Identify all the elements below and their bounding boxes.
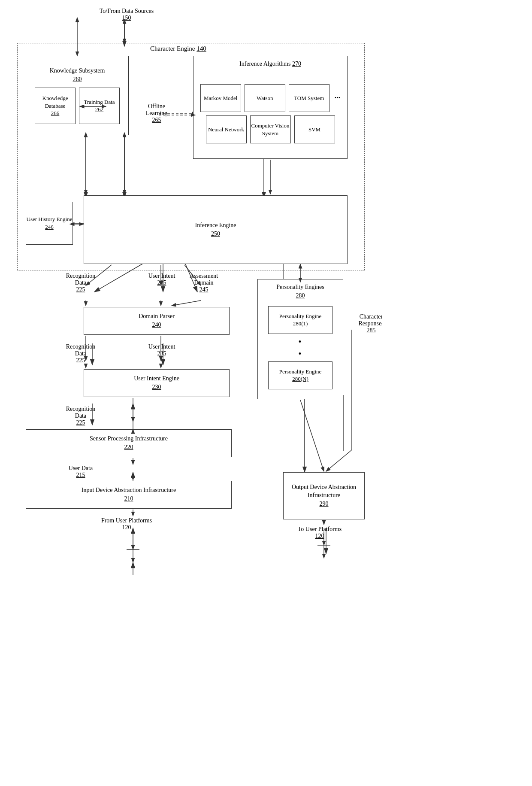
training-data-num: 262: [95, 106, 104, 113]
computer-vision-label: Computer Vision System: [251, 122, 290, 137]
svm-label: SVM: [308, 126, 320, 134]
personality-engines-outer-label: Personality Engines: [276, 284, 324, 290]
input-device-label: Input Device Abstraction Infrastructure: [82, 486, 176, 495]
knowledge-subsystem-box: Knowledge Subsystem 260 Knowledge Databa…: [26, 56, 129, 135]
svg-line-55: [300, 400, 324, 471]
personality-engine-1-label: Personality Engine: [279, 313, 322, 320]
user-intent-b-text: User Intent: [148, 343, 175, 350]
recognition-data-b-label: Recognition Data 225: [63, 343, 98, 364]
knowledge-database-num: 266: [51, 109, 60, 117]
output-device-label: Output Device Abstraction Infrastructure: [284, 483, 364, 500]
personality-engines-outer-num: 280: [296, 292, 305, 299]
personality-engine-1-num: 280(1): [293, 320, 308, 328]
training-data-box: Training Data 262: [79, 88, 120, 124]
personality-engine-n-num: 280(N): [292, 375, 308, 383]
recognition-data-c-text: Recognition Data: [66, 406, 95, 419]
output-device-box: Output Device Abstraction Infrastructure…: [283, 472, 365, 519]
user-history-engine-label: User History Engine: [27, 215, 73, 223]
character-responses-num: 285: [367, 327, 376, 334]
inference-algorithms-num: 270: [292, 61, 301, 67]
character-engine-text: Character Engine: [150, 45, 195, 52]
knowledge-subsystem-label: Knowledge Subsystem: [50, 67, 105, 75]
character-responses-label: Character Responses 285: [352, 313, 382, 334]
user-history-engine-box: User History Engine 246: [26, 202, 73, 245]
recognition-data-a-label: Recognition Data 225: [63, 273, 98, 293]
computer-vision-box: Computer Vision System: [250, 115, 291, 143]
knowledge-database-box: Knowledge Database 266: [35, 88, 76, 124]
input-device-box: Input Device Abstraction Infrastructure …: [26, 481, 232, 509]
neural-network-label: Neural Network: [208, 126, 244, 134]
personality-engine-n-label: Personality Engine: [279, 368, 322, 376]
from-user-platforms-text: From User Platforms: [101, 517, 152, 524]
inference-engine-num: 250: [211, 230, 220, 238]
ellipsis-personality: ••: [298, 336, 302, 360]
tom-system-label: TOM System: [294, 94, 324, 102]
from-user-platforms-label: From User Platforms 120: [99, 517, 154, 531]
user-intent-a-text: User Intent: [148, 273, 175, 279]
input-device-num: 210: [124, 495, 133, 503]
recognition-data-b-num: 225: [76, 357, 85, 364]
user-intent-engine-label: User Intent Engine: [134, 375, 179, 383]
to-from-num: 150: [122, 15, 131, 21]
offline-learning-label: Offline Learning 265: [137, 103, 176, 124]
sensor-processing-num: 220: [124, 443, 133, 452]
sensor-processing-box: Sensor Processing Infrastructure 220: [26, 429, 232, 457]
character-engine-num: 140: [196, 45, 206, 52]
domain-parser-box: Domain Parser 240: [84, 307, 230, 335]
svg-line-41: [172, 300, 201, 306]
personality-engines-outer-box: Personality Engines 280 Personality Engi…: [257, 279, 343, 399]
tom-system-box: TOM System: [289, 84, 329, 112]
inference-engine-label: Inference Engine: [195, 222, 236, 230]
user-intent-b-num: 235: [157, 350, 166, 357]
recognition-data-a-num: 225: [76, 286, 85, 293]
user-data-num: 215: [76, 472, 85, 478]
neural-network-box: Neural Network: [206, 115, 247, 143]
character-engine-label: Character Engine 140: [150, 45, 206, 52]
markov-model-box: Markov Model: [200, 84, 241, 112]
user-intent-a-num: 235: [157, 279, 166, 286]
knowledge-subsystem-num: 260: [73, 75, 82, 84]
user-data-label: User Data 215: [63, 465, 98, 479]
output-device-num: 290: [320, 500, 329, 508]
watson-label: Watson: [257, 94, 273, 102]
personality-engine-1-box: Personality Engine 280(1): [268, 306, 332, 334]
training-data-label: Training Data: [84, 98, 115, 106]
assessment-domain-text: Assessment Domain: [190, 273, 218, 286]
watson-box: Watson: [245, 84, 285, 112]
user-intent-a-label: User Intent 235: [147, 273, 177, 286]
svg-line-57: [326, 450, 352, 471]
to-from-text: To/From Data Sources: [100, 8, 154, 14]
domain-parser-label: Domain Parser: [139, 313, 175, 321]
assessment-domain-num: 245: [200, 286, 209, 293]
to-user-platforms-label: To User Platforms 120: [292, 526, 348, 540]
recognition-data-c-num: 225: [76, 419, 85, 426]
assessment-domain-label: Assessment Domain 245: [184, 273, 223, 293]
character-responses-text: Character Responses: [358, 313, 382, 327]
domain-parser-num: 240: [152, 321, 161, 329]
from-user-platforms-num: 120: [122, 524, 131, 531]
svm-box: SVM: [294, 115, 335, 143]
offline-learning-num: 265: [152, 117, 161, 123]
ellipsis-1: ···: [333, 84, 341, 112]
user-data-text: User Data: [69, 465, 93, 471]
inference-algorithms-box: Inference Algorithms 270 Markov Model Wa…: [193, 56, 348, 159]
recognition-data-b-text: Recognition Data: [66, 343, 95, 357]
personality-engine-n-box: Personality Engine 280(N): [268, 361, 332, 389]
user-history-engine-num: 246: [45, 223, 54, 231]
to-from-label: To/From Data Sources 150: [99, 8, 154, 21]
to-user-platforms-num: 120: [315, 533, 324, 539]
user-intent-engine-box: User Intent Engine 230: [84, 369, 230, 397]
user-intent-b-label: User Intent 235: [147, 343, 177, 357]
to-user-platforms-text: To User Platforms: [298, 526, 342, 532]
inference-engine-box: Inference Engine 250: [84, 195, 348, 264]
inference-algorithms-label: Inference Algorithms: [239, 61, 290, 67]
offline-learning-text: Offline Learning: [146, 103, 168, 116]
sensor-processing-label: Sensor Processing Infrastructure: [90, 435, 168, 443]
user-intent-engine-num: 230: [152, 383, 161, 391]
recognition-data-c-label: Recognition Data 225: [63, 406, 98, 426]
markov-model-label: Markov Model: [204, 94, 237, 102]
knowledge-database-label: Knowledge Database: [35, 94, 75, 109]
recognition-data-a-text: Recognition Data: [66, 273, 95, 286]
